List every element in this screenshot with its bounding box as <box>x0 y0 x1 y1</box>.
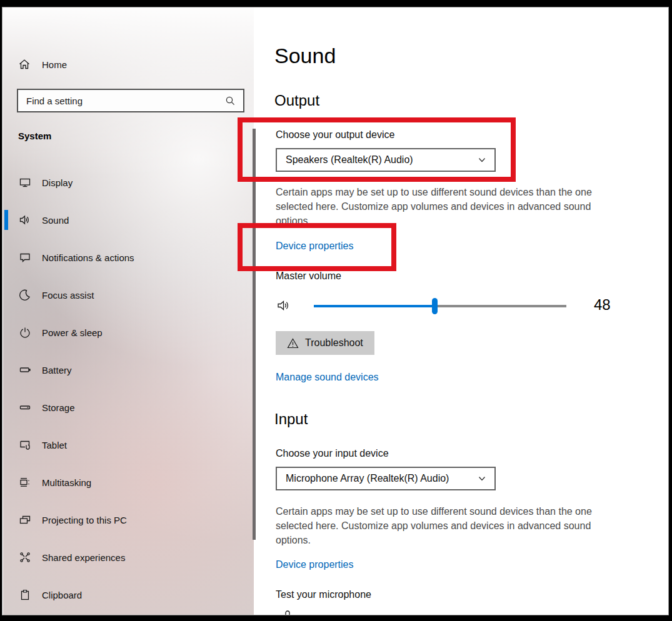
master-volume-slider-track[interactable] <box>314 305 566 307</box>
master-volume-label: Master volume <box>276 271 341 282</box>
device-properties-link-input[interactable]: Device properties <box>276 559 354 570</box>
section-label-system: System <box>18 131 51 141</box>
sidebar-item-label: Display <box>42 177 73 188</box>
sidebar-item-label: Clipboard <box>42 590 82 600</box>
sidebar-item-label: Multitasking <box>42 477 91 488</box>
sidebar-item-multitasking[interactable]: Multitasking <box>3 464 254 501</box>
sidebar-item-label: Storage <box>42 402 75 413</box>
sidebar-item-label: Battery <box>42 365 72 375</box>
sidebar-item-power-sleep[interactable]: Power & sleep <box>3 314 254 351</box>
troubleshoot-button[interactable]: Troubleshoot <box>276 331 374 355</box>
drive-icon <box>18 401 32 414</box>
sidebar-item-home[interactable]: Home <box>3 52 254 77</box>
sidebar-item-projecting[interactable]: Projecting to this PC <box>3 501 254 539</box>
chevron-down-icon <box>477 474 487 484</box>
power-icon <box>18 326 32 339</box>
sidebar-item-storage[interactable]: Storage <box>3 389 254 426</box>
sidebar-item-label: Projecting to this PC <box>42 515 127 525</box>
master-volume-value: 48 <box>594 296 611 314</box>
chat-bubble-icon <box>18 251 32 264</box>
sidebar-item-focus-assist[interactable]: Focus assist <box>3 276 254 314</box>
sidebar-item-notifications[interactable]: Notifications & actions <box>3 239 254 276</box>
output-description: Certain apps may be set up to use differ… <box>276 185 627 228</box>
speaker-icon <box>18 214 32 226</box>
selected-accent-bar <box>4 210 8 230</box>
output-section-heading: Output <box>274 92 319 109</box>
moon-icon <box>18 289 32 301</box>
sidebar-nav: Display Sound Notifications & actions Fo… <box>3 164 254 614</box>
sidebar-item-label: Focus assist <box>42 290 94 301</box>
input-section-heading: Input <box>274 410 308 428</box>
warning-triangle-icon <box>287 337 299 349</box>
main-content: Sound Output Choose your output device S… <box>254 7 668 615</box>
input-device-value: Microphone Array (Realtek(R) Audio) <box>277 473 477 484</box>
home-icon <box>18 58 31 71</box>
search-box <box>17 89 244 112</box>
sidebar-item-sound[interactable]: Sound <box>3 201 254 239</box>
screenshot-canvas: ← Settings Home <box>0 0 672 621</box>
test-microphone-label: Test your microphone <box>276 589 371 600</box>
settings-window: ← Settings Home <box>2 7 669 615</box>
page-title: Sound <box>274 44 336 68</box>
multitasking-icon <box>18 476 32 489</box>
master-volume-slider-fill <box>314 305 435 307</box>
manage-sound-devices-link[interactable]: Manage sound devices <box>276 372 379 383</box>
clipboard-icon <box>18 589 32 601</box>
sidebar-item-label: Sound <box>42 215 69 226</box>
speaker-volume-icon <box>276 298 291 313</box>
sidebar-item-display[interactable]: Display <box>3 164 254 201</box>
microphone-icon <box>281 610 294 615</box>
sidebar: Home System Display Sound Notifications … <box>3 7 254 615</box>
sidebar-item-battery[interactable]: Battery <box>3 351 254 389</box>
sidebar-item-label: Shared experiences <box>42 552 125 563</box>
chevron-down-icon <box>477 155 487 165</box>
sidebar-item-label: Home <box>42 59 67 70</box>
output-device-dropdown[interactable]: Speakers (Realtek(R) Audio) <box>276 148 496 172</box>
sidebar-item-tablet[interactable]: Tablet <box>3 426 254 464</box>
troubleshoot-label: Troubleshoot <box>305 337 363 349</box>
input-device-label: Choose your input device <box>276 448 389 459</box>
sidebar-item-label: Power & sleep <box>42 327 103 338</box>
output-device-label: Choose your output device <box>276 129 394 141</box>
tablet-icon <box>18 439 32 451</box>
output-device-value: Speakers (Realtek(R) Audio) <box>277 154 477 166</box>
share-icon <box>18 551 32 564</box>
sidebar-scrollbar-thumb[interactable] <box>253 129 256 540</box>
master-volume-slider-row <box>271 294 621 319</box>
search-input[interactable] <box>18 96 224 106</box>
sidebar-item-clipboard[interactable]: Clipboard <box>3 576 254 614</box>
sidebar-item-label: Notifications & actions <box>42 252 134 263</box>
master-volume-slider-thumb[interactable] <box>432 298 438 314</box>
device-properties-link-output[interactable]: Device properties <box>276 241 354 252</box>
sidebar-item-shared-experiences[interactable]: Shared experiences <box>3 539 254 576</box>
input-device-dropdown[interactable]: Microphone Array (Realtek(R) Audio) <box>276 467 496 490</box>
sidebar-item-label: Tablet <box>42 440 67 450</box>
search-icon <box>224 95 236 106</box>
projecting-icon <box>18 514 32 526</box>
battery-icon <box>18 364 32 376</box>
display-icon <box>18 176 32 189</box>
input-description: Certain apps may be set up to use differ… <box>276 504 627 547</box>
